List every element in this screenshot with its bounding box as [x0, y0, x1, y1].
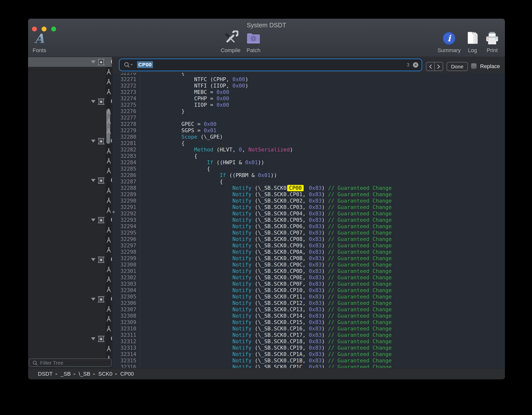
tree-row-p[interactable]: _P… — [28, 186, 112, 195]
tree-row-s[interactable]: _S… — [28, 156, 112, 166]
tree-row-p[interactable]: _P… — [28, 67, 112, 77]
print-label: Print — [485, 47, 499, 54]
line-number: 32308 — [112, 313, 140, 319]
tree-row-[interactable]: _… — [28, 126, 112, 136]
scope-icon — [97, 98, 105, 106]
line-number: 32296 — [112, 236, 140, 242]
tree-row-[interactable]: _… — [28, 87, 112, 97]
disclosure-triangle-icon[interactable] — [91, 60, 95, 63]
name-icon — [105, 237, 112, 244]
code-line: 32284 If ((HWPI & 0x01)) — [112, 159, 505, 166]
replace-checkbox[interactable] — [471, 63, 477, 69]
tree-row-s[interactable]: _S… — [28, 314, 112, 324]
patch-button[interactable]: Patch — [246, 30, 261, 54]
disclosure-triangle-icon[interactable] — [91, 258, 95, 261]
line-number: 32297 — [112, 242, 140, 249]
tree-row-cp06[interactable]: CP06 — [28, 294, 112, 304]
tree-row-[interactable]: _… — [28, 324, 112, 334]
compile-button[interactable]: Compile — [221, 30, 241, 54]
name-icon — [105, 266, 112, 274]
screen: System DSDT A Fonts — [0, 0, 532, 415]
disclosure-triangle-icon[interactable] — [91, 337, 95, 340]
disclosure-triangle-icon[interactable] — [91, 100, 95, 103]
tree-row-p[interactable]: _P… — [28, 146, 112, 156]
scope-icon — [97, 296, 105, 304]
disclosure-triangle-icon[interactable] — [91, 298, 95, 301]
name-icon — [105, 128, 112, 135]
tree-row-cp03[interactable]: CP03 — [28, 176, 112, 185]
name-icon — [105, 227, 112, 234]
code-text: { — [140, 166, 210, 172]
tree-row-s[interactable]: _S… — [28, 195, 112, 205]
tree-row-cp05[interactable]: CP05 — [28, 255, 112, 265]
filter-tree-input[interactable] — [40, 360, 110, 366]
code-text: { — [140, 178, 223, 185]
tree-row-cp02[interactable]: CP02 — [28, 136, 112, 146]
tree-row-p[interactable]: _P… — [28, 106, 112, 116]
tree-row-p[interactable]: _P… — [28, 344, 112, 354]
disclosure-triangle-icon[interactable] — [91, 179, 95, 182]
code-editor[interactable]: 32270 {32271 NTFC (CPHP, 0x00)32272 NTFI… — [112, 73, 505, 368]
code-line: 32276 } — [112, 108, 505, 115]
tree-row-s[interactable]: _S… — [28, 235, 112, 245]
line-number: 32307 — [112, 306, 140, 313]
tree-row-s[interactable]: _S… — [28, 354, 112, 358]
tree-row-s[interactable]: _S… — [28, 77, 112, 87]
tree-row-[interactable]: _… — [28, 166, 112, 176]
line-number: 32305 — [112, 294, 140, 300]
code-text: If ((PRBM & 0x01)) — [140, 172, 277, 178]
code-line: 32274 CPHP = 0x00 — [112, 95, 505, 102]
search-query-text: CP00 — [137, 61, 153, 68]
disclosure-triangle-icon[interactable] — [91, 140, 95, 143]
tree-row-[interactable]: _… — [28, 205, 112, 215]
filter-tree-field[interactable] — [29, 358, 112, 367]
search-icon[interactable] — [124, 62, 135, 69]
tree-row-cp07[interactable]: CP07 — [28, 334, 112, 344]
tree-row-cp04[interactable]: CP04 — [28, 215, 112, 225]
name-icon — [105, 108, 112, 116]
line-number: 32274 — [112, 95, 140, 102]
clear-search-icon[interactable] — [413, 62, 418, 68]
code-text: Notify (\_SB.SCK0.CP16, 0x83) // Guarant… — [140, 326, 392, 332]
line-number: 32295 — [112, 230, 140, 236]
breadcrumb-item[interactable]: CP00 — [120, 371, 134, 377]
fonts-button[interactable]: A Fonts — [32, 30, 46, 54]
print-button[interactable]: Print — [485, 30, 499, 54]
code-line: 32277 — [112, 115, 505, 121]
code-line: 32309 Notify (\_SB.SCK0.CP15, 0x83) // G… — [112, 319, 505, 326]
summary-label: Summary — [438, 47, 461, 54]
breadcrumb-item[interactable]: _SB — [61, 371, 71, 377]
tree-row-[interactable]: _… — [28, 245, 112, 255]
breadcrumb-item[interactable]: \_SB — [79, 371, 91, 377]
log-button[interactable]: Log — [465, 30, 480, 54]
tree-row-p[interactable]: _P… — [28, 225, 112, 235]
previous-match-button[interactable] — [426, 62, 434, 71]
disclosure-triangle-icon[interactable] — [91, 219, 95, 222]
gutter-divider — [140, 73, 140, 368]
line-number: 32275 — [112, 102, 140, 108]
tree-row-[interactable]: _… — [28, 284, 112, 294]
tree-row-cp00[interactable]: CP00 — [28, 57, 112, 67]
line-number: 32311 — [112, 332, 140, 338]
scope-icon — [97, 336, 105, 343]
breadcrumb-item[interactable]: SCK0 — [98, 371, 112, 377]
folder-gear-icon — [246, 30, 261, 47]
next-match-button[interactable] — [434, 62, 443, 71]
code-text: { — [140, 140, 185, 147]
tree-row-p[interactable]: _P… — [28, 304, 112, 314]
name-icon — [105, 167, 112, 175]
splitter-handle-icon[interactable] — [112, 211, 115, 213]
code-text: GPEC = 0x00 — [140, 121, 217, 127]
line-number: 32300 — [112, 262, 140, 268]
tree-row-p[interactable]: _P… — [28, 265, 112, 274]
code-line: 32285 { — [112, 166, 505, 172]
tree-row-s[interactable]: _S… — [28, 116, 112, 126]
breadcrumb-item[interactable]: DSDT — [38, 371, 53, 377]
tree-row-cp01[interactable]: CP01 — [28, 97, 112, 106]
summary-button[interactable]: i Summary — [438, 30, 461, 54]
done-button[interactable]: Done — [447, 62, 468, 71]
documents-icon — [465, 30, 480, 47]
code-line: 32272 NTFI (IIOP, 0x00) — [112, 83, 505, 89]
tree-row-s[interactable]: _S… — [28, 274, 112, 284]
search-input[interactable]: CP00 3 — [120, 59, 421, 70]
